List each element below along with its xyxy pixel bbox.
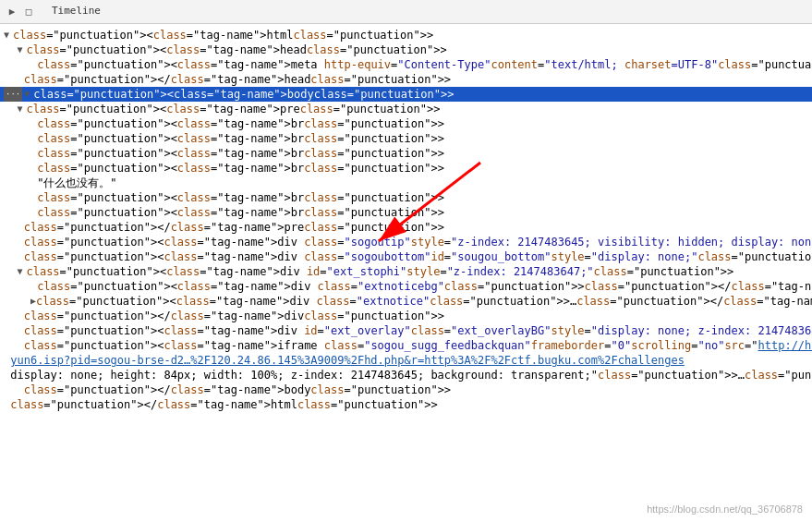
tag-content: class="punctuation">< (37, 190, 177, 205)
tag-content: class="punctuation">< (26, 42, 166, 57)
tag-content: class="punctuation">< (37, 161, 177, 176)
code-line[interactable]: class="punctuation"><class="tag-name">di… (0, 249, 812, 264)
code-line[interactable]: class="punctuation"></class="tag-name">h… (0, 72, 812, 87)
tag-content: class="punctuation">< (37, 279, 177, 294)
tag-continuation: display: none; height: 84px; width: 100%… (10, 368, 737, 382)
code-line[interactable]: class="punctuation"><class="tag-name">br… (0, 116, 812, 131)
devtools-tabbar: ▶ □ ElementsConsoleSourcesNetworkTimelin… (0, 0, 812, 24)
code-line[interactable]: class="punctuation"></class="tag-name">p… (0, 220, 812, 235)
tag-content: class="punctuation">< (36, 294, 176, 309)
tag-content: class="punctuation"></ (24, 309, 171, 323)
text-content: "什么也没有。" (37, 176, 116, 190)
code-line[interactable]: class="punctuation"><class="tag-name">br… (0, 190, 812, 205)
toggle-arrow[interactable]: ▼ (17, 264, 26, 279)
tag-content: class="punctuation">< (13, 28, 153, 42)
code-line[interactable]: ▶class="punctuation"><class="tag-name">d… (0, 294, 812, 309)
tag-content: class="punctuation">< (24, 323, 164, 338)
code-line[interactable]: class="punctuation"><class="tag-name">di… (0, 323, 812, 338)
toggle-arrow[interactable]: ▼ (24, 87, 33, 102)
tab-icons: ▶ □ (4, 4, 37, 20)
tag-content: class="punctuation">< (24, 235, 164, 249)
tag-content: class="punctuation"></ (24, 220, 171, 235)
code-line[interactable]: ▼class="punctuation"><class="tag-name">h… (0, 42, 812, 57)
code-line[interactable]: class="punctuation"><class="tag-name">di… (0, 279, 812, 294)
devtools-body: ▼class="punctuation"><class="tag-name">h… (0, 24, 812, 522)
code-line[interactable]: ···▼class="punctuation"><class="tag-name… (0, 87, 812, 102)
tag-content: class="punctuation">< (26, 102, 166, 116)
code-line[interactable]: class="punctuation"><class="tag-name">if… (0, 338, 812, 353)
toggle-arrow[interactable]: ▼ (17, 42, 26, 57)
code-line[interactable]: class="punctuation"></class="tag-name">b… (0, 382, 812, 397)
code-line[interactable]: ▼class="punctuation"><class="tag-name">h… (0, 28, 812, 42)
tag-content: class="punctuation">< (33, 87, 174, 102)
inspect-icon[interactable]: □ (20, 4, 37, 20)
tag-content: class="punctuation">< (24, 249, 164, 264)
tag-content: class="punctuation">< (37, 116, 177, 131)
code-line[interactable]: class="punctuation"><class="tag-name">br… (0, 131, 812, 146)
code-line[interactable]: ▼class="punctuation"><class="tag-name">d… (0, 264, 812, 279)
tag-content: class="punctuation">< (24, 338, 164, 353)
tag-content: class="punctuation">< (37, 205, 177, 220)
tag-content: class="punctuation"></ (24, 382, 171, 397)
code-line[interactable]: class="punctuation"></class="tag-name">h… (0, 397, 812, 412)
tag-content: class="punctuation">< (37, 57, 177, 72)
code-line[interactable]: class="punctuation"><class="tag-name">br… (0, 161, 812, 176)
tag-content: class="punctuation"></ (10, 397, 157, 412)
code-line[interactable]: class="punctuation"></class="tag-name">d… (0, 309, 812, 323)
tab-timeline[interactable]: Timeline (42, 0, 116, 24)
expand-dots[interactable]: ··· (4, 87, 22, 102)
code-line[interactable]: "什么也没有。" (0, 176, 812, 190)
tag-content: class="punctuation"></ (24, 72, 171, 87)
code-line[interactable]: class="punctuation"><class="tag-name">me… (0, 57, 812, 72)
code-line[interactable]: ▼class="punctuation"><class="tag-name">p… (0, 102, 812, 116)
tag-content: class="punctuation">< (26, 264, 166, 279)
watermark: https://blog.csdn.net/qq_36706878 (647, 504, 803, 515)
code-line[interactable]: class="punctuation"><class="tag-name">br… (0, 205, 812, 220)
toggle-arrow[interactable]: ▼ (17, 102, 26, 116)
code-line[interactable]: display: none; height: 84px; width: 100%… (0, 368, 812, 382)
tag-content: class="punctuation">< (37, 146, 177, 161)
toggle-arrow[interactable]: ▼ (4, 28, 13, 42)
link-continuation[interactable]: yun6.isp?pid=sogou-brse-d2…%2F120.24.86.… (10, 353, 685, 368)
cursor-icon[interactable]: ▶ (4, 4, 20, 20)
code-line[interactable]: class="punctuation"><class="tag-name">br… (0, 146, 812, 161)
code-line[interactable]: yun6.isp?pid=sogou-brse-d2…%2F120.24.86.… (0, 353, 812, 368)
tag-content: class="punctuation">< (37, 131, 177, 146)
link-text[interactable]: http://ht.www.sogou.com/websearch/feat (758, 338, 812, 353)
code-line[interactable]: class="punctuation"><class="tag-name">di… (0, 235, 812, 249)
